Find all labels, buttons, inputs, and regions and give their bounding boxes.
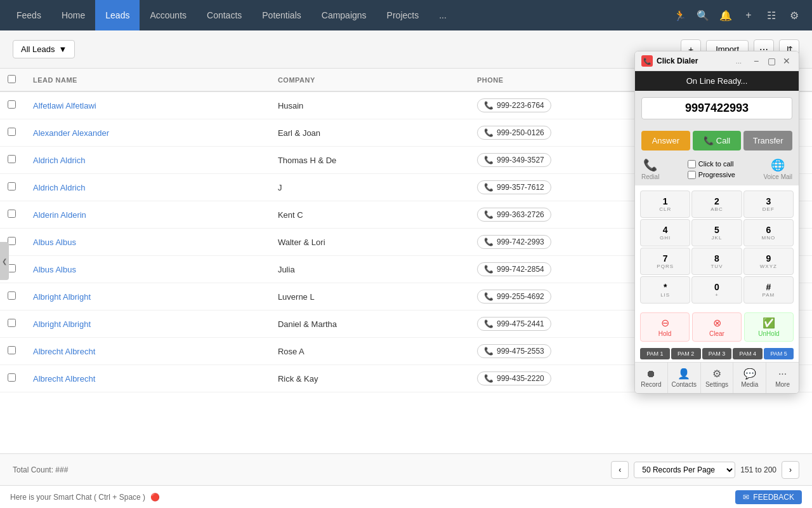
row-checkbox-0[interactable] (8, 100, 16, 109)
top-navigation: Feeds Home Leads Accounts Contacts Poten… (0, 0, 812, 30)
phone-badge-8[interactable]: 📞 999-475-2441 (477, 317, 551, 331)
settings-icon[interactable]: ⚙ (783, 4, 806, 27)
lead-name-link-0[interactable]: Alfetlawi Alfetlawi (33, 101, 96, 110)
lead-name-link-3[interactable]: Aldrich Aldrich (33, 183, 85, 192)
key-3-button[interactable]: 3DEF (743, 190, 794, 218)
phone-badge-4[interactable]: 📞 999-363-2726 (477, 208, 551, 222)
phone-icon-4: 📞 (484, 210, 494, 219)
progressive-checkbox[interactable]: Progressive (688, 171, 735, 179)
dialer-nav-settings[interactable]: ⚙Settings (701, 363, 734, 393)
notification-icon[interactable]: 🔔 (714, 4, 737, 27)
lead-name-cell: Albus Albus (25, 229, 270, 256)
row-checkbox-1[interactable] (8, 128, 16, 136)
lead-name-link-9[interactable]: Albrecht Albrecht (33, 347, 95, 356)
dialer-nav-record[interactable]: ⏺Record (635, 363, 668, 393)
all-leads-button[interactable]: All Leads ▼ (13, 40, 75, 58)
phone-badge-5[interactable]: 📞 999-742-2993 (477, 235, 551, 249)
phone-icon-0: 📞 (484, 101, 494, 110)
lead-name-link-4[interactable]: Alderin Alderin (33, 210, 86, 220)
row-checkbox-2[interactable] (8, 155, 16, 163)
click-to-call-checkbox[interactable]: Click to call (688, 160, 735, 168)
phone-icon-6: 📞 (484, 265, 494, 274)
lead-name-link-7[interactable]: Albright Albright (33, 292, 91, 302)
unhold-button[interactable]: ✅ UnHold (744, 312, 794, 342)
dialer-options: 📞 Redial Click to call Progressive 🌐 Voi… (635, 156, 799, 185)
nav-leads[interactable]: Leads (95, 0, 140, 30)
dialer-number-input[interactable] (641, 97, 792, 119)
call-button[interactable]: 📞 Call (693, 131, 742, 150)
phone-badge-6[interactable]: 📞 999-742-2854 (477, 262, 551, 276)
dialer-controls: − ▢ ✕ (750, 55, 792, 67)
phone-badge-3[interactable]: 📞 999-357-7612 (477, 180, 551, 194)
add-icon[interactable]: + (737, 4, 760, 27)
pam-button-4[interactable]: PAM 4 (733, 348, 763, 359)
row-checkbox-9[interactable] (8, 346, 16, 354)
grid-icon[interactable]: ☷ (760, 4, 783, 27)
lead-name-cell: Albus Albus (25, 256, 270, 283)
phone-badge-2[interactable]: 📞 999-349-3527 (477, 153, 551, 167)
pam-button-1[interactable]: PAM 1 (640, 348, 670, 359)
collapse-tab[interactable]: ❮ (0, 242, 9, 280)
dialer-nav-icon-settings: ⚙ (712, 368, 721, 380)
key-2-button[interactable]: 2ABC (691, 190, 742, 218)
dialer-close-button[interactable]: ✕ (781, 55, 792, 67)
lead-name-link-5[interactable]: Albus Albus (33, 237, 76, 247)
key-7-button[interactable]: 7PQRS (640, 248, 690, 275)
lead-name-link-8[interactable]: Albright Albright (33, 319, 91, 329)
phone-badge-10[interactable]: 📞 999-435-2220 (477, 371, 551, 385)
dialer-nav-more[interactable]: ···More (766, 363, 799, 393)
nav-home[interactable]: Home (51, 0, 95, 30)
phone-badge-9[interactable]: 📞 999-475-2553 (477, 344, 551, 358)
dialer-nav-media[interactable]: 💬Media (733, 363, 766, 393)
answer-button[interactable]: Answer (641, 131, 690, 150)
lead-name-link-2[interactable]: Aldrich Aldrich (33, 156, 85, 165)
row-checkbox-8[interactable] (8, 319, 16, 327)
row-checkbox-4[interactable] (8, 210, 16, 218)
pam-button-2[interactable]: PAM 2 (671, 348, 701, 359)
prev-page-button[interactable]: ‹ (611, 461, 629, 479)
clear-call-button[interactable]: ⊗ Clear (692, 312, 742, 342)
redial-button[interactable]: 📞 Redial (641, 158, 659, 180)
key-6-button[interactable]: 6MNO (743, 219, 794, 246)
key-4-button[interactable]: 4GHI (640, 219, 690, 246)
pam-button-5[interactable]: PAM 5 (764, 348, 794, 359)
search-icon[interactable]: 🔍 (691, 4, 714, 27)
nav-campaigns[interactable]: Campaigns (311, 0, 377, 30)
row-checkbox-3[interactable] (8, 182, 16, 190)
voicemail-button[interactable]: 🌐 Voice Mail (763, 158, 792, 180)
nav-feeds[interactable]: Feeds (6, 0, 51, 30)
key-0-button[interactable]: 0+ (691, 276, 742, 304)
nav-accounts[interactable]: Accounts (140, 0, 197, 30)
key-9-button[interactable]: 9WXYZ (743, 248, 794, 275)
hold-button[interactable]: ⊖ Hold (640, 312, 690, 342)
dialer-nav-contacts[interactable]: 👤Contacts (668, 363, 701, 393)
lead-name-link-10[interactable]: Albrecht Albrecht (33, 374, 95, 384)
key-8-button[interactable]: 8TUV (691, 248, 742, 275)
per-page-select[interactable]: 50 Records Per Page 25 Records Per Page … (634, 462, 735, 478)
key-5-button[interactable]: 5JKL (691, 219, 742, 246)
feedback-button[interactable]: ✉ FEEDBACK (735, 490, 802, 504)
phone-badge-7[interactable]: 📞 999-255-4692 (477, 290, 551, 304)
row-checkbox-cell (0, 147, 25, 174)
lead-name-link-6[interactable]: Albus Albus (33, 265, 76, 274)
dialer-maximize-button[interactable]: ▢ (766, 55, 777, 67)
key-*-button[interactable]: *LIS (640, 276, 690, 304)
megaphone-icon[interactable]: 🏃 (669, 4, 691, 27)
select-all-checkbox[interactable] (8, 75, 16, 83)
transfer-button[interactable]: Transfer (743, 131, 792, 150)
phone-badge-1[interactable]: 📞 999-250-0126 (477, 126, 551, 140)
lead-name-link-1[interactable]: Alexander Alexander (33, 128, 109, 138)
key-1-button[interactable]: 1CLR (640, 190, 690, 218)
phone-badge-0[interactable]: 📞 999-223-6764 (477, 98, 551, 112)
next-page-button[interactable]: › (782, 461, 799, 479)
nav-projects[interactable]: Projects (377, 0, 429, 30)
dialer-minimize-button[interactable]: − (750, 55, 762, 67)
nav-potentials[interactable]: Potentials (252, 0, 311, 30)
pam-button-3[interactable]: PAM 3 (702, 348, 732, 359)
row-checkbox-10[interactable] (8, 373, 16, 382)
nav-more[interactable]: ... (429, 0, 457, 30)
lead-name-cell: Aldrich Aldrich (25, 174, 270, 201)
key-#-button[interactable]: #PAM (743, 276, 794, 304)
nav-contacts[interactable]: Contacts (197, 0, 252, 30)
row-checkbox-7[interactable] (8, 291, 16, 300)
